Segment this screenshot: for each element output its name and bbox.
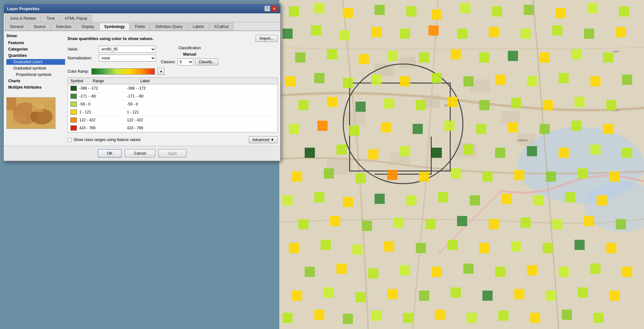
map-square (619, 6, 629, 17)
map-square (327, 97, 337, 107)
symbol-range: -388 - -172 (79, 86, 127, 91)
sidebar-item-quantities[interactable]: Quantities (6, 53, 65, 58)
show-ranges-row: Show class ranges using feature values (68, 138, 141, 142)
map-square (400, 146, 410, 156)
show-ranges-checkbox[interactable] (68, 138, 72, 142)
map-square (470, 195, 480, 205)
map-square (324, 287, 334, 298)
map-square (368, 268, 378, 279)
symbol-color[interactable] (70, 110, 77, 115)
bottom-row: Show class ranges using feature values A… (68, 136, 278, 143)
sidebar-item-features[interactable]: Features (6, 40, 65, 46)
map-square (584, 29, 594, 39)
svg-rect-22 (32, 104, 43, 112)
map-square (406, 6, 416, 17)
map-square (616, 27, 626, 37)
map-square (381, 122, 391, 132)
map-square (482, 291, 493, 301)
tab-time[interactable]: Time (42, 15, 59, 22)
dialog-content: Show: Features Categories Quantities Gra… (4, 31, 280, 146)
tab-general[interactable]: General (5, 23, 28, 30)
map-square (562, 310, 572, 320)
main-panel: Draw quantities using color to show valu… (68, 34, 278, 143)
classification-method: Manual (161, 52, 218, 57)
map-square (448, 97, 458, 107)
map-square (559, 148, 569, 158)
value-select[interactable]: ero90_95 (99, 46, 156, 53)
classify-button[interactable]: Classify... (195, 58, 218, 65)
map-square (359, 54, 369, 64)
show-ranges-label: Show class ranges using feature values (74, 138, 141, 142)
table-row: 1 - 121 1 - 121 (68, 108, 277, 116)
svg-rect-4 (400, 57, 416, 68)
sidebar-item-charts[interactable]: Charts (6, 78, 65, 84)
map-square (371, 75, 382, 85)
sidebar-item-multiple-attributes[interactable]: Multiple Attributes (6, 84, 65, 90)
cancel-button[interactable]: Cancel (125, 149, 155, 158)
map-square (555, 8, 566, 18)
tab-fields[interactable]: Fields (130, 23, 150, 30)
tab-symbology[interactable]: Symbology (99, 23, 129, 30)
map-square (384, 98, 394, 109)
symbol-color[interactable] (70, 102, 77, 107)
map-square (282, 29, 293, 39)
map-square (479, 243, 489, 253)
symbol-table: Symbol Range Label -388 - -172 -388 - -1… (68, 77, 278, 132)
tab-joins-relates[interactable]: Joins & Relates (5, 15, 41, 22)
map-square (609, 171, 620, 182)
map-square (552, 219, 562, 229)
dialog-titlebar: Layer Properties ? ✕ (4, 4, 280, 13)
map-square (321, 240, 331, 250)
map-square (343, 197, 353, 207)
tab-labels[interactable]: Labels (188, 23, 209, 30)
map-square (343, 78, 353, 88)
tabs-row2: General Source Selection Display Symbolo… (4, 22, 280, 31)
sidebar-item-categories[interactable]: Categories (6, 46, 65, 52)
svg-rect-23 (45, 101, 56, 110)
ok-button[interactable]: OK (98, 149, 122, 158)
tab-display[interactable]: Display (77, 23, 99, 30)
advanced-button[interactable]: Advanced ▼ (249, 136, 278, 143)
table-row: -388 - -172 -388 - -172 (68, 84, 277, 92)
classes-select[interactable]: 6 (177, 58, 193, 65)
map-square (311, 25, 321, 36)
symbol-color[interactable] (70, 86, 77, 91)
help-button[interactable]: ? (264, 6, 270, 11)
map-square (314, 3, 324, 13)
apply-button[interactable]: Apply (158, 149, 186, 158)
tabs-row1: Joins & Relates Time HTML Popup (4, 13, 280, 22)
import-button[interactable]: Import... (256, 35, 278, 42)
sidebar-item-proportional-symbols[interactable]: Proportional symbols (6, 72, 65, 77)
map-square (543, 243, 553, 253)
symbol-color[interactable] (70, 117, 77, 123)
sidebar-item-graduated-symbols[interactable]: Graduated symbols (6, 65, 65, 71)
symbol-color[interactable] (70, 125, 77, 131)
map-square (438, 192, 448, 202)
map-square (286, 76, 296, 86)
classes-row: Classes: 6 Classify... (161, 58, 218, 65)
tab-html-popup[interactable]: HTML Popup (60, 15, 92, 22)
tab-xcallout[interactable]: XCallout (209, 23, 233, 30)
sidebar-item-graduated-colors[interactable]: Graduated colors (6, 59, 65, 65)
description-text: Draw quantities using color to show valu… (68, 36, 154, 41)
close-button[interactable]: ✕ (271, 6, 277, 11)
normalization-select[interactable]: none (99, 55, 156, 62)
color-ramp-preview[interactable] (91, 68, 155, 75)
map-square (457, 29, 467, 39)
symbol-range: -171 - -60 (79, 94, 127, 98)
symbol-color[interactable] (70, 94, 77, 99)
symbol-range: 423 - 769 (79, 126, 127, 130)
map-square (565, 192, 575, 202)
map-square (371, 311, 382, 321)
map-square (314, 192, 324, 202)
map-square (451, 168, 461, 178)
map-square (501, 194, 512, 204)
tab-definition-query[interactable]: Definition Query (150, 23, 187, 30)
map-square (597, 195, 607, 205)
tab-selection[interactable]: Selection (51, 23, 76, 30)
color-ramp-dropdown[interactable]: ▼ (157, 68, 164, 75)
map-square (479, 100, 489, 110)
map-square (349, 125, 359, 136)
map-square (609, 291, 620, 301)
tab-source[interactable]: Source (29, 23, 50, 30)
